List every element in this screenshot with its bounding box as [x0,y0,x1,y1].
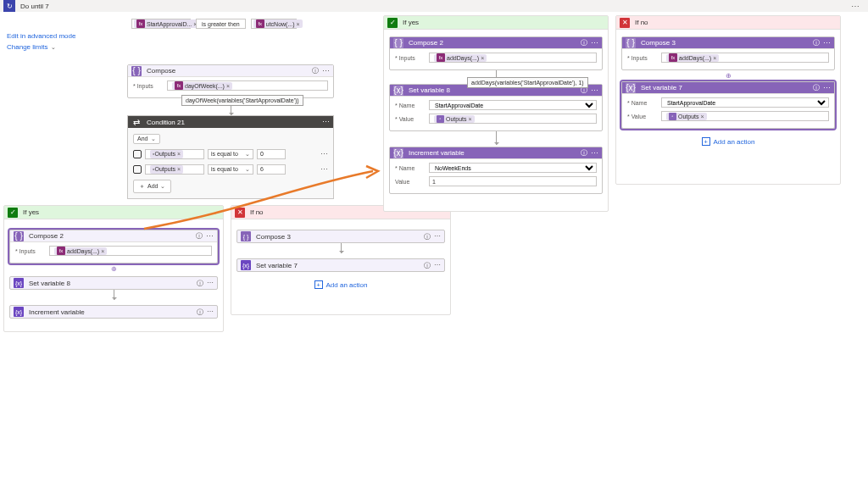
info-icon[interactable]: ⓘ [424,261,431,270]
fx-icon: fx [437,53,445,62]
more-icon[interactable]: ⋯ [206,232,214,241]
chevron-down-icon: ⌄ [51,44,56,51]
remove-token-icon[interactable]: × [297,21,300,27]
condition-right-input[interactable]: fxutcNow(...)× [251,19,297,29]
more-icon[interactable]: ⋯ [591,86,598,95]
set-variable-8-bar[interactable]: {x}Set variable 8ⓘ⋯ [9,276,218,290]
condition-value-cell[interactable]: 6 [257,164,286,175]
more-icon[interactable]: ⋯ [851,2,860,11]
inputs-label: * Inputs [395,55,429,61]
variable-name-select[interactable]: StartApprovalDate [661,97,829,108]
set-variable-7-bar[interactable]: {x}Set variable 7ⓘ⋯ [236,258,445,272]
if-no-panel-left: ✕If no { }Compose 3ⓘ⋯ {x}Set variable 7ⓘ… [231,205,451,315]
fx-icon: fx [57,247,65,255]
more-icon[interactable]: ⋯ [207,308,214,317]
condition-op-cell[interactable]: is equal to⌄ [208,149,253,159]
condition-left-input[interactable]: fxStartApprovalD...× [131,19,191,29]
add-action-link[interactable]: +Add an action [231,280,450,289]
remove-token-icon[interactable]: × [226,83,230,89]
remove-token-icon[interactable]: × [701,114,704,119]
condition-row: ▫Outputs× is equal to⌄ 0 ⋯ [133,149,328,159]
info-icon[interactable]: ⓘ [813,38,820,47]
compose-card[interactable]: { } Compose ⓘ⋯ * Inputs fxdayOfWeek(...)… [127,64,334,98]
set-variable-7-card[interactable]: {x} Set variable 7 ⓘ⋯ * Name StartApprov… [621,81,835,129]
more-icon[interactable]: ⋯ [322,118,330,126]
inputs-field[interactable]: fxaddDays(...)× [49,246,212,256]
if-yes-header[interactable]: ✓If yes [4,206,223,219]
more-icon[interactable]: ⋯ [434,232,441,241]
variable-name-select[interactable]: NoWeekEnds [429,163,597,173]
add-action-link[interactable]: +Add an action [616,137,840,146]
add-condition-button[interactable]: ＋Add⌄ [133,180,171,193]
condition-left-cell[interactable]: ▫Outputs× [145,149,204,159]
insert-step-plus[interactable]: ⊕ [4,265,223,273]
remove-token-icon[interactable]: × [177,166,181,172]
row-checkbox[interactable] [133,150,142,158]
inputs-field[interactable]: fxaddDays(...)× [429,53,597,63]
compose-icon: { } [626,38,636,48]
value-field[interactable]: 1 [429,176,597,186]
more-icon[interactable]: ⋯ [591,39,598,47]
insert-step-plus[interactable]: ⊕ [616,72,840,80]
if-no-header[interactable]: ✕If no [616,16,840,30]
compose2-card[interactable]: { } Compose 2 ⓘ⋯ * Inputs fxaddDays(...)… [9,230,218,263]
increment-variable-bar[interactable]: {x}Increment variableⓘ⋯ [9,305,218,319]
chevron-down-icon: ⌄ [245,151,250,158]
compose3-bar[interactable]: { }Compose 3ⓘ⋯ [236,230,445,243]
compose3-card[interactable]: { } Compose 3 ⓘ⋯ * Inputs fxaddDays(...)… [621,36,835,70]
condition-left-cell[interactable]: ▫Outputs× [145,164,204,175]
more-icon[interactable]: ⋯ [823,39,831,47]
compose-inputs-field[interactable]: fxdayOfWeek(...)× [167,80,328,91]
remove-token-icon[interactable]: × [481,55,484,61]
inputs-label: * Inputs [15,248,49,254]
info-icon[interactable]: ⓘ [581,148,587,158]
row-checkbox[interactable] [133,165,142,174]
value-label: Value [395,179,429,185]
info-icon[interactable]: ⓘ [581,38,587,47]
info-icon[interactable]: ⓘ [197,308,203,317]
row-more-icon[interactable]: ⋯ [320,165,328,174]
more-icon[interactable]: ⋯ [823,84,831,92]
condition-card[interactable]: ⇄ Condition 21 ⋯ And⌄ ▫Outputs× is equal… [127,115,334,199]
connector-arrow [114,290,114,300]
condition-op-cell[interactable]: is equal to⌄ [208,164,253,175]
increment-variable-card[interactable]: {x} Increment variable ⓘ⋯ * Name NoWeekE… [389,147,603,194]
dynamic-icon: ▫ [437,115,444,123]
info-icon[interactable]: ⓘ [424,232,431,241]
compose-icon: { } [393,38,403,48]
condition-value-cell[interactable]: 0 [257,149,286,159]
fx-icon: fx [256,19,264,28]
fx-icon: fx [136,19,145,28]
edit-advanced-link[interactable]: Edit in advanced mode [7,32,75,40]
more-icon[interactable]: ⋯ [207,279,214,288]
variable-icon: {x} [626,83,636,93]
row-more-icon[interactable]: ⋯ [320,150,328,158]
do-until-header[interactable]: ↻ Do until 7 ⋯ [0,0,868,12]
dynamic-icon: ▫ [669,113,676,120]
info-icon[interactable]: ⓘ [312,66,319,75]
if-yes-panel-left: ✓If yes { } Compose 2 ⓘ⋯ * Inputs fxaddD… [3,205,224,332]
remove-token-icon[interactable]: × [177,151,181,157]
variable-name-select[interactable]: StartApprovalDate [429,100,597,110]
remove-token-icon[interactable]: × [101,248,104,254]
set-variable-8-card[interactable]: {x} Set variable 8 ⓘ⋯ * Name StartApprov… [389,84,603,131]
remove-token-icon[interactable]: × [713,55,716,61]
more-icon[interactable]: ⋯ [322,67,330,75]
name-label: * Name [395,165,429,171]
change-limits-link[interactable]: Change limits⌄ [7,43,75,51]
value-field[interactable]: ▫Outputs× [429,114,597,124]
remove-token-icon[interactable]: × [469,116,472,122]
inputs-label: * Inputs [627,55,661,61]
compose2-card[interactable]: { } Compose 2 ⓘ⋯ * Inputs fxaddDays(...)… [389,36,603,70]
more-icon[interactable]: ⋯ [434,261,441,270]
info-icon[interactable]: ⓘ [197,279,203,288]
inputs-field[interactable]: fxaddDays(...)× [661,53,829,63]
more-icon[interactable]: ⋯ [591,149,598,158]
variable-icon: {x} [14,307,24,317]
condition-operator-select[interactable]: is greater then [196,19,246,29]
if-yes-header[interactable]: ✓If yes [384,16,608,30]
value-field[interactable]: ▫Outputs× [661,111,829,121]
info-icon[interactable]: ⓘ [196,231,203,241]
info-icon[interactable]: ⓘ [813,83,820,92]
and-or-selector[interactable]: And⌄ [133,134,160,144]
